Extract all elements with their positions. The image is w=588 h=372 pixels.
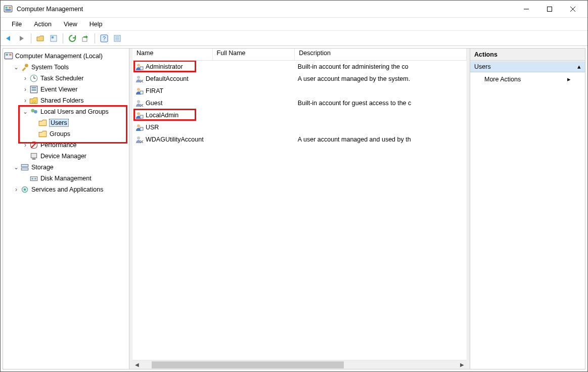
folder-icon [38,129,48,138]
svg-text:22: 22 [32,100,36,104]
user-row-administrator[interactable]: AdministratorBuilt-in account for admini… [132,61,467,73]
expander-open-icon[interactable]: ⌄ [12,64,20,71]
column-header-fullname[interactable]: Full Name [213,49,295,60]
toolbar-show-hide[interactable] [48,32,60,44]
maximize-button[interactable] [538,2,561,17]
cell-description: A user account managed and used by th [295,136,467,143]
arrow-left-icon [4,34,13,42]
user-row-defaultaccount[interactable]: DefaultAccountA user account managed by … [132,73,467,85]
actions-item-more-actions[interactable]: More Actions ▸ [470,72,585,86]
toolbar-properties[interactable] [111,32,123,44]
tree-root[interactable]: Computer Management (Local) [3,51,129,62]
svg-rect-27 [32,89,36,90]
toolbar-up[interactable] [34,32,47,44]
actions-section-header[interactable]: Users ▴ [470,61,585,72]
svg-point-41 [24,189,26,191]
cell-name: FIRAT [132,87,212,95]
menu-file[interactable]: File [6,20,28,29]
expander-open-icon[interactable]: ⌄ [21,108,29,115]
svg-rect-36 [21,168,28,170]
toolbar-refresh[interactable] [66,32,78,44]
expander-open-icon[interactable]: ⌄ [12,164,20,171]
svg-rect-2 [9,7,11,8]
list-body[interactable]: AdministratorBuilt-in account for admini… [132,61,467,360]
tree-item-label: Storage [31,164,54,171]
tree-item-storage[interactable]: ⌄Storage [3,162,129,173]
expander-closed-icon[interactable]: › [21,75,29,82]
tools-icon [20,63,29,72]
tree-item-system-tools[interactable]: ⌄System Tools [3,62,129,73]
tree-item-label: Event Viewer [40,86,77,93]
column-header-name[interactable]: Name [132,49,213,60]
actions-pane: Actions Users ▴ More Actions ▸ [470,49,585,369]
prop-sheet-icon [113,34,121,42]
scroll-right-arrow[interactable]: ▶ [458,362,467,367]
tree-item-local-users-and-groups[interactable]: ⌄Local Users and Groups [3,106,129,117]
help-icon: ? [100,34,108,42]
toolbar-separator [95,33,95,43]
tree-item-shared-folders[interactable]: ›22Shared Folders [3,95,129,106]
tree-item-performance[interactable]: ›Performance [3,140,129,151]
actions-pane-title: Actions [470,49,585,61]
eventviewer-icon [29,85,38,94]
user-icon [135,111,144,119]
user-row-firat[interactable]: FIRAT [132,85,467,97]
svg-rect-18 [5,53,13,59]
scroll-left-arrow[interactable]: ◀ [132,362,142,367]
tree-item-groups[interactable]: Groups [3,128,129,140]
cell-name: WDAGUtilityAccount [132,135,212,144]
menu-bar: FileActionViewHelp [1,18,587,31]
user-row-guest[interactable]: GuestBuilt-in account for guest access t… [132,97,467,109]
svg-rect-3 [5,9,11,11]
cell-name-text: DefaultAccount [146,75,189,82]
svg-text:?: ? [103,35,106,41]
cell-name-text: WDAGUtilityAccount [146,136,204,143]
services-icon [20,185,29,194]
user-icon [135,123,144,131]
user-row-localadmin[interactable]: LocalAdmin [132,109,467,121]
cell-name: Administrator [132,63,212,71]
menu-action[interactable]: Action [28,20,58,29]
expander-closed-icon[interactable]: › [21,86,29,93]
tree-item-label: Task Scheduler [40,75,83,82]
toolbar-export[interactable] [79,32,92,44]
user-row-usr[interactable]: USR [132,121,467,133]
svg-point-47 [137,100,140,103]
tree-pane[interactable]: Computer Management (Local) ⌄System Tool… [3,49,129,369]
list-header[interactable]: NameFull NameDescription [132,49,467,61]
scroll-thumb[interactable] [152,361,344,368]
close-button[interactable] [561,2,584,17]
tree-item-device-manager[interactable]: Device Manager [3,151,129,162]
tree-item-disk-management[interactable]: Disk Management [3,173,129,184]
column-header-description[interactable]: Description [295,49,467,60]
expander-closed-icon[interactable]: › [12,186,20,193]
tree-item-event-viewer[interactable]: ›Event Viewer [3,84,129,95]
toolbar-separator [31,33,31,43]
toolbar-separator [63,33,63,43]
tree-item-services-and-applications[interactable]: ›Services and Applications [3,184,129,195]
diskmgmt-icon [29,174,38,183]
toolbar: ? [1,31,587,46]
usersgroup-icon [29,107,38,116]
toolbar-help[interactable]: ? [98,32,110,44]
horizontal-scrollbar[interactable]: ◀ ▶ [132,360,467,369]
tile-blue-icon [50,34,58,42]
svg-point-42 [137,64,140,67]
menu-view[interactable]: View [58,20,83,29]
toolbar-nav-fwd[interactable] [16,32,28,44]
svg-point-52 [137,136,140,140]
user-row-wdagutilityaccount[interactable]: WDAGUtilityAccountA user account managed… [132,133,467,146]
user-icon [135,63,144,71]
svg-rect-43 [140,67,143,70]
menu-help[interactable]: Help [83,20,109,29]
toolbar-nav-back[interactable] [3,32,15,44]
minimize-button[interactable] [515,2,538,17]
tree-item-task-scheduler[interactable]: ›Task Scheduler [3,73,129,84]
expander-closed-icon[interactable]: › [21,97,29,104]
svg-rect-37 [30,177,37,181]
svg-rect-35 [21,164,28,167]
expander-closed-icon[interactable]: › [21,142,29,149]
tree-item-users[interactable]: Users [3,117,129,128]
svg-point-44 [137,76,140,79]
window-title: Computer Management [17,6,515,13]
